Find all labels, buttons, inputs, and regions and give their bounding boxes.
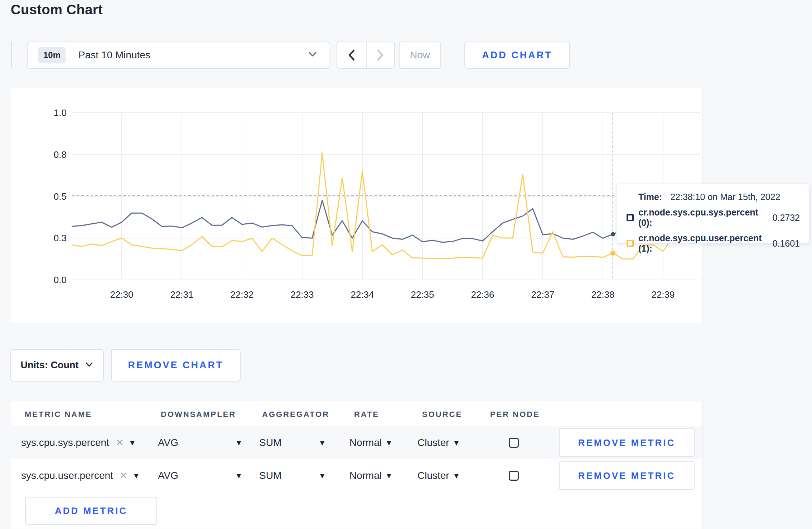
time-range-label: Past 10 Minutes [78,49,150,61]
col-header-downsampler: DOWNSAMPLER [161,410,236,419]
add-chart-button[interactable]: ADD CHART [464,42,570,69]
next-time-button[interactable] [366,42,395,68]
caret-down-icon: ▾ [387,438,391,447]
col-header-metric-name: METRIC NAME [25,410,92,419]
svg-text:0.5: 0.5 [54,191,67,202]
metric-name-select[interactable]: sys.cpu.sys.percent ✕ ▾ [21,426,135,459]
clear-metric-icon[interactable]: ✕ [120,470,128,481]
col-header-per-node: PER NODE [490,410,540,419]
metrics-table: METRIC NAME DOWNSAMPLER AGGREGATOR RATE … [11,401,703,529]
remove-metric-button[interactable]: REMOVE METRIC [559,461,695,490]
metric-row: sys.cpu.user.percent ✕ ▾ AVG ▾ SUM ▾ Nor… [11,459,702,492]
svg-text:22:35: 22:35 [411,289,434,300]
tooltip-series-row: cr.node.sys.cpu.user.percent (1): 0.1601 [627,233,800,254]
time-range-badge: 10m [38,47,66,63]
remove-metric-button[interactable]: REMOVE METRIC [559,428,695,457]
rate-select[interactable]: Normal ▾ [349,459,391,492]
page-title: Custom Chart [11,2,103,18]
downsampler-select[interactable]: AVG ▾ [158,426,241,459]
series-swatch-user [627,240,634,247]
svg-text:22:39: 22:39 [651,289,675,300]
downsampler-select[interactable]: AVG ▾ [158,459,241,492]
col-header-source: SOURCE [422,410,462,419]
caret-down-icon: ▾ [454,438,459,447]
caret-down-icon: ▾ [237,438,241,447]
svg-text:22:30: 22:30 [110,289,133,300]
tooltip-value: 0.1601 [773,238,800,249]
per-node-checkbox[interactable] [509,438,519,448]
svg-text:22:37: 22:37 [531,289,554,300]
caret-down-icon: ▾ [130,438,135,447]
source-select[interactable]: Cluster ▾ [417,426,459,459]
chart-svg[interactable]: 0.00.30.50.81.022:3022:3122:3222:3322:34… [11,88,702,324]
clear-metric-icon[interactable]: ✕ [116,437,124,448]
chevron-down-icon [307,51,318,59]
prev-time-button[interactable] [337,42,366,68]
units-dropdown[interactable]: Units: Count [10,349,104,382]
svg-text:1.0: 1.0 [54,107,67,118]
aggregator-select[interactable]: SUM ▾ [259,459,324,492]
chevron-right-icon [376,49,385,62]
chart-card[interactable]: 0.00.30.50.81.022:3022:3122:3222:3322:34… [11,88,703,324]
caret-down-icon: ▾ [454,471,459,480]
tooltip-series-row: cr.node.sys.cpu.sys.percent (0): 0.2732 [627,207,800,228]
add-metric-button[interactable]: ADD METRIC [25,497,157,525]
toolbar-divider [11,42,12,68]
source-select[interactable]: Cluster ▾ [417,459,459,492]
chart-tooltip: Time: 22:38:10 on Mar 15th, 2022 cr.node… [616,184,809,244]
svg-text:22:36: 22:36 [471,289,494,300]
metrics-table-header: METRIC NAME DOWNSAMPLER AGGREGATOR RATE … [11,401,702,426]
per-node-checkbox[interactable] [509,471,519,481]
time-range-dropdown[interactable]: 10m Past 10 Minutes [27,42,329,69]
col-header-rate: RATE [354,410,379,419]
remove-chart-button[interactable]: REMOVE CHART [111,349,241,382]
col-header-aggregator: AGGREGATOR [262,410,329,419]
tooltip-time: Time: 22:38:10 on Mar 15th, 2022 [638,192,800,202]
caret-down-icon: ▾ [134,471,138,480]
tooltip-value: 0.2732 [773,213,800,223]
time-nav-group [337,42,395,69]
caret-down-icon: ▾ [237,471,241,480]
chevron-down-icon [85,362,93,369]
metric-name-select[interactable]: sys.cpu.user.percent ✕ ▾ [21,459,138,492]
metric-row: sys.cpu.sys.percent ✕ ▾ AVG ▾ SUM ▾ Norm… [11,426,702,459]
caret-down-icon: ▾ [320,438,324,447]
svg-text:22:31: 22:31 [170,289,193,300]
series-swatch-sys [627,214,634,221]
aggregator-select[interactable]: SUM ▾ [259,426,324,459]
svg-text:0.8: 0.8 [54,149,67,160]
caret-down-icon: ▾ [387,471,391,480]
caret-down-icon: ▾ [320,471,324,480]
svg-text:22:34: 22:34 [351,289,374,300]
chevron-left-icon [347,49,356,62]
svg-text:0.3: 0.3 [54,233,67,243]
rate-select[interactable]: Normal ▾ [349,426,391,459]
svg-text:22:33: 22:33 [290,289,314,300]
svg-text:0.0: 0.0 [54,275,67,285]
now-button[interactable]: Now [399,42,441,69]
svg-text:22:32: 22:32 [230,289,253,300]
svg-text:22:38: 22:38 [591,289,614,300]
